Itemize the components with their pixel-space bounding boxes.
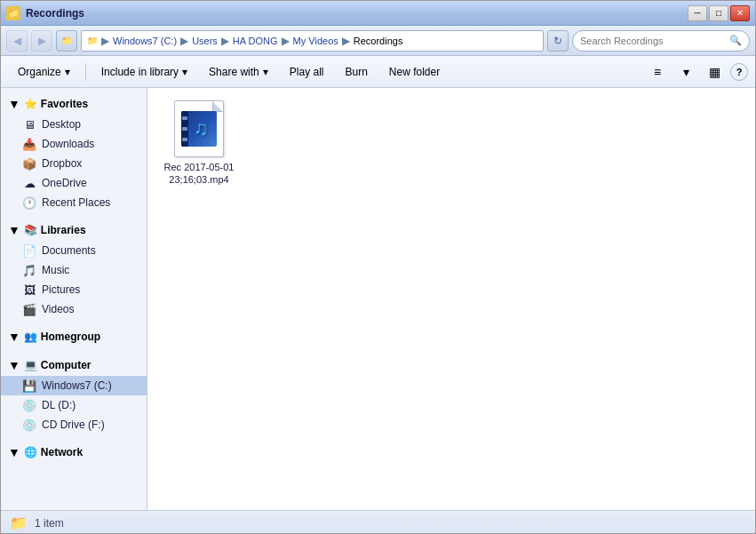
breadcrumb-hadong[interactable]: HA DONG — [233, 36, 278, 46]
sidebar-item-dl-d[interactable]: 💿 DL (D:) — [1, 395, 147, 415]
file-label: Rec 2017-05-0123;16;03.mp4 — [164, 161, 235, 187]
computer-icon: 💻 — [24, 359, 37, 371]
drive-c-label: Windows7 (C:) — [42, 379, 112, 392]
sidebar-computer-header[interactable]: ▼ 💻 Computer — [1, 353, 147, 376]
recent-places-label: Recent Places — [42, 196, 110, 209]
status-bar: 📁 1 item — [1, 510, 755, 534]
network-expand-icon: ▼ — [8, 445, 20, 459]
dropbox-label: Dropbox — [42, 157, 82, 170]
sidebar: ▼ ⭐ Favorites 🖥 Desktop 📥 Downloads 📦 Dr… — [1, 88, 147, 510]
documents-icon: 📄 — [22, 243, 36, 258]
pictures-label: Pictures — [42, 283, 80, 296]
favorites-icon: ⭐ — [24, 98, 37, 110]
sidebar-item-music[interactable]: 🎵 Music — [1, 260, 147, 280]
main-area: ▼ ⭐ Favorites 🖥 Desktop 📥 Downloads 📦 Dr… — [1, 88, 755, 510]
minimize-button[interactable]: ─ — [688, 5, 707, 21]
drive-c-icon: 💾 — [22, 379, 36, 393]
videos-label: Videos — [42, 303, 74, 315]
sidebar-item-windows7-c[interactable]: 💾 Windows7 (C:) — [1, 376, 147, 395]
content-area: ♫ Rec 2017-05-0123;16;03.mp4 — [147, 88, 755, 510]
breadcrumb-c-drive[interactable]: Windows7 (C:) — [113, 36, 177, 46]
drive-f-icon: 💿 — [22, 418, 36, 432]
view-dropdown-button[interactable]: ▾ — [673, 60, 698, 84]
homegroup-icon: 👥 — [24, 331, 37, 343]
file-icon-wrapper: ♫ — [171, 100, 227, 157]
libraries-label: Libraries — [41, 224, 86, 236]
onedrive-icon: ☁ — [22, 176, 36, 190]
downloads-label: Downloads — [42, 138, 94, 150]
network-label: Network — [41, 446, 83, 458]
desktop-icon: 🖥 — [22, 117, 36, 132]
preview-pane-button[interactable]: ▦ — [702, 60, 727, 84]
breadcrumb-folder-icon: 📁 — [87, 36, 98, 45]
toolbar-separator-1 — [85, 63, 86, 81]
computer-label: Computer — [41, 359, 92, 371]
back-button[interactable]: ◀ — [6, 30, 28, 52]
burn-button[interactable]: Burn — [335, 60, 377, 84]
libraries-icon: 📚 — [24, 224, 37, 236]
sidebar-network-header[interactable]: ▼ 🌐 Network — [1, 440, 147, 463]
film-strip — [181, 111, 188, 147]
sidebar-item-pictures[interactable]: 🖼 Pictures — [1, 280, 147, 299]
refresh-button[interactable]: ↻ — [547, 30, 569, 52]
favorites-expand-icon: ▼ — [8, 97, 20, 111]
new-folder-button[interactable]: New folder — [379, 60, 450, 84]
dropbox-icon: 📦 — [22, 156, 36, 171]
close-button[interactable]: ✕ — [730, 5, 750, 21]
desktop-label: Desktop — [42, 118, 81, 131]
sidebar-item-cd-f[interactable]: 💿 CD Drive (F:) — [1, 415, 147, 434]
help-button[interactable]: ? — [730, 63, 748, 81]
breadcrumb-users[interactable]: Users — [192, 36, 218, 46]
file-thumbnail: ♫ — [181, 111, 217, 147]
sidebar-libraries-header[interactable]: ▼ 📚 Libraries — [1, 218, 147, 241]
toolbar-right: ≡ ▾ ▦ ? — [645, 60, 748, 84]
view-toggle-button[interactable]: ≡ — [645, 60, 670, 84]
title-bar: 📁 Recordings ─ □ ✕ — [1, 1, 755, 26]
status-item-count: 1 item — [35, 517, 64, 530]
breadcrumb-recordings[interactable]: Recordings — [354, 36, 403, 46]
drive-f-label: CD Drive (F:) — [42, 418, 105, 431]
favorites-label: Favorites — [41, 98, 88, 110]
file-item-recording[interactable]: ♫ Rec 2017-05-0123;16;03.mp4 — [155, 95, 243, 192]
sidebar-item-recent-places[interactable]: 🕐 Recent Places — [1, 193, 147, 212]
breadcrumb-myvideos[interactable]: My Videos — [293, 36, 338, 46]
film-hole-3 — [182, 138, 187, 141]
title-bar-left: 📁 Recordings — [6, 6, 84, 20]
breadcrumb: 📁 ▶ Windows7 (C:) ▶ Users ▶ HA DONG ▶ My… — [81, 30, 544, 52]
maximize-button[interactable]: □ — [709, 5, 728, 21]
sidebar-item-onedrive[interactable]: ☁ OneDrive — [1, 173, 147, 193]
sidebar-item-downloads[interactable]: 📥 Downloads — [1, 134, 147, 154]
share-with-button[interactable]: Share with ▾ — [199, 60, 278, 84]
up-button[interactable]: 📁 — [56, 30, 77, 52]
address-bar: ◀ ▶ 📁 📁 ▶ Windows7 (C:) ▶ Users ▶ HA DON… — [1, 26, 755, 56]
libraries-expand-icon: ▼ — [8, 223, 20, 237]
sidebar-item-desktop[interactable]: 🖥 Desktop — [1, 115, 147, 134]
organize-button[interactable]: Organize ▾ — [8, 60, 80, 84]
play-all-button[interactable]: Play all — [280, 60, 334, 84]
search-icon: 🔍 — [729, 35, 742, 46]
search-input[interactable] — [580, 36, 726, 46]
music-note-icon: ♫ — [194, 117, 209, 140]
videos-icon: 🎬 — [22, 302, 36, 316]
window-controls: ─ □ ✕ — [688, 5, 750, 21]
sidebar-item-documents[interactable]: 📄 Documents — [1, 241, 147, 260]
search-bar[interactable]: 🔍 — [572, 30, 750, 52]
drive-d-label: DL (D:) — [42, 399, 76, 411]
onedrive-label: OneDrive — [42, 177, 87, 189]
film-hole-2 — [182, 127, 187, 131]
window-title: Recordings — [26, 7, 84, 20]
pictures-icon: 🖼 — [22, 283, 36, 297]
homegroup-label: Homegroup — [41, 331, 100, 343]
sidebar-homegroup-header[interactable]: ▼ 👥 Homegroup — [1, 324, 147, 347]
network-icon: 🌐 — [24, 446, 37, 458]
sidebar-item-dropbox[interactable]: 📦 Dropbox — [1, 154, 147, 173]
sidebar-favorites-header[interactable]: ▼ ⭐ Favorites — [1, 92, 147, 115]
recent-places-icon: 🕐 — [22, 195, 36, 210]
documents-label: Documents — [42, 244, 96, 257]
sidebar-item-videos[interactable]: 🎬 Videos — [1, 299, 147, 319]
music-icon: 🎵 — [22, 263, 36, 277]
forward-button[interactable]: ▶ — [31, 30, 52, 52]
window-icon: 📁 — [6, 6, 20, 20]
include-in-library-button[interactable]: Include in library ▾ — [92, 60, 197, 84]
film-hole-1 — [182, 116, 187, 120]
